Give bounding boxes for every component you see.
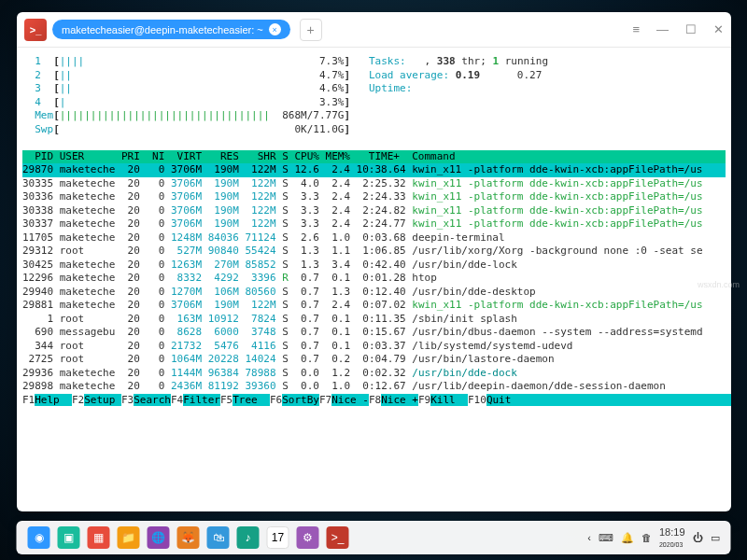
minimize-button[interactable]: — [656, 22, 669, 36]
launcher-icon[interactable]: ◉ [28, 526, 50, 549]
watermark: wsxdn.com [698, 280, 740, 289]
music-icon[interactable]: ♪ [237, 526, 260, 549]
menu-icon[interactable]: ≡ [632, 22, 640, 36]
close-button[interactable]: ✕ [713, 22, 724, 36]
tray-trash-icon[interactable]: 🗑 [641, 532, 652, 543]
tray-shutdown-icon[interactable]: ⏻ [693, 532, 703, 543]
terminal-app-icon: >_ [24, 19, 47, 41]
app-grid-icon[interactable]: ▦ [88, 526, 110, 549]
browser-icon[interactable]: 🌐 [148, 526, 170, 549]
tab-title: maketecheasier@deepin-maketecheasier: ~ [62, 24, 263, 35]
store-icon[interactable]: 🛍 [207, 526, 230, 549]
terminal-dock-icon[interactable]: >_ [327, 526, 349, 549]
terminal-window: >_ maketecheasier@deepin-maketecheasier:… [17, 12, 731, 511]
tab-close-icon[interactable]: × [269, 23, 281, 35]
calendar-icon[interactable]: 17 [267, 526, 289, 549]
terminal-output[interactable]: 1 [|||| 7.3%] Tasks: , 338 thr; 1 runnin… [17, 48, 731, 414]
tab-active[interactable]: maketecheasier@deepin-maketecheasier: ~ … [52, 20, 290, 39]
titlebar: >_ maketecheasier@deepin-maketecheasier:… [17, 12, 731, 48]
settings-icon[interactable]: ⚙ [297, 526, 319, 549]
multitask-icon[interactable]: ▣ [58, 526, 80, 549]
tray-desktop-icon[interactable]: ▭ [711, 532, 720, 544]
maximize-button[interactable]: ☐ [685, 22, 697, 36]
tray-bell-icon[interactable]: 🔔 [621, 532, 634, 544]
window-controls: ≡ — ☐ ✕ [632, 22, 724, 36]
tray-keyboard-icon[interactable]: ⌨ [599, 532, 613, 544]
new-tab-button[interactable]: + [300, 19, 322, 41]
tray-clock[interactable]: 18:192020/03 [659, 526, 685, 549]
firefox-icon[interactable]: 🦊 [177, 526, 200, 549]
system-tray: ‹ ⌨ 🔔 🗑 18:192020/03 ⏻ ▭ [587, 526, 719, 549]
file-manager-icon[interactable]: 📁 [118, 526, 140, 549]
tray-chevron-icon[interactable]: ‹ [587, 532, 591, 543]
dock: ◉ ▣ ▦ 📁 🌐 🦊 🛍 ♪ 17 ⚙ >_ ‹ ⌨ 🔔 🗑 18:19202… [17, 521, 731, 554]
